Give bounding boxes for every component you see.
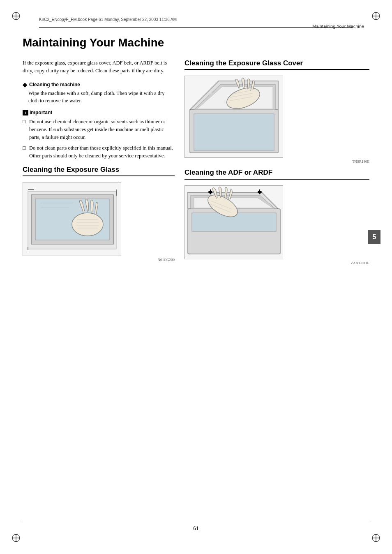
cleaning-machine-title: ◆ Cleaning the machine <box>23 81 175 88</box>
header-line <box>39 27 353 28</box>
exposure-glass-label: N01CG200 <box>23 258 175 262</box>
footer-line <box>23 521 369 521</box>
important-item-2: Do not clean parts other than those expl… <box>23 144 175 160</box>
page-header: KirC2_ENcopyF_FM.book Page 61 Monday, Se… <box>16 12 376 32</box>
cleaning-machine-section: ◆ Cleaning the machine Wipe the machine … <box>23 81 175 105</box>
exposure-cover-header: Cleaning the Exposure Glass Cover <box>184 59 369 70</box>
exposure-cover-label: TNSR140E <box>184 159 369 164</box>
svg-rect-26 <box>194 114 274 151</box>
section-tab: 5 <box>368 230 380 244</box>
exposure-glass-header: Cleaning the Exposure Glass <box>23 166 175 176</box>
svg-point-17 <box>72 213 103 236</box>
important-items-list: Do not use chemical cleaner or organic s… <box>23 118 175 160</box>
running-header: Maintaining Your Machine <box>312 24 364 29</box>
important-title: i Important <box>23 110 175 115</box>
exposure-glass-section: Cleaning the Exposure Glass <box>23 166 175 262</box>
left-column: If the exposure glass, exposure glass co… <box>23 59 175 270</box>
reg-mark-bl <box>12 533 21 542</box>
cleaning-machine-body: Wipe the machine with a soft, damp cloth… <box>28 90 175 105</box>
intro-text: If the exposure glass, exposure glass co… <box>23 59 175 75</box>
page-footer: 61 <box>16 526 376 531</box>
exposure-cover-image <box>184 76 283 158</box>
right-column: Cleaning the Exposure Glass Cover <box>184 59 369 270</box>
adf-header: Cleaning the ADF or ARDF <box>184 169 369 179</box>
exposure-cover-section: Cleaning the Exposure Glass Cover <box>184 59 369 164</box>
important-section: i Important Do not use chemical cleaner … <box>23 110 175 160</box>
important-icon: i <box>23 110 28 115</box>
exposure-glass-image <box>23 182 121 256</box>
adf-section: Cleaning the ADF or ARDF <box>184 169 369 265</box>
diamond-icon: ◆ <box>23 81 27 88</box>
reg-mark-br <box>371 533 380 542</box>
file-info: KirC2_ENcopyF_FM.book Page 61 Monday, Se… <box>39 17 177 22</box>
important-item-1: Do not use chemical cleaner or organic s… <box>23 118 175 141</box>
page-title: Maintaining Your Machine <box>23 36 369 52</box>
main-content: Maintaining Your Machine If the exposure… <box>23 36 369 517</box>
two-column-layout: If the exposure glass, exposure glass co… <box>23 59 369 270</box>
adf-image <box>184 185 283 259</box>
page-number: 61 <box>193 526 198 531</box>
adf-label: ZAA H011E <box>184 261 369 265</box>
